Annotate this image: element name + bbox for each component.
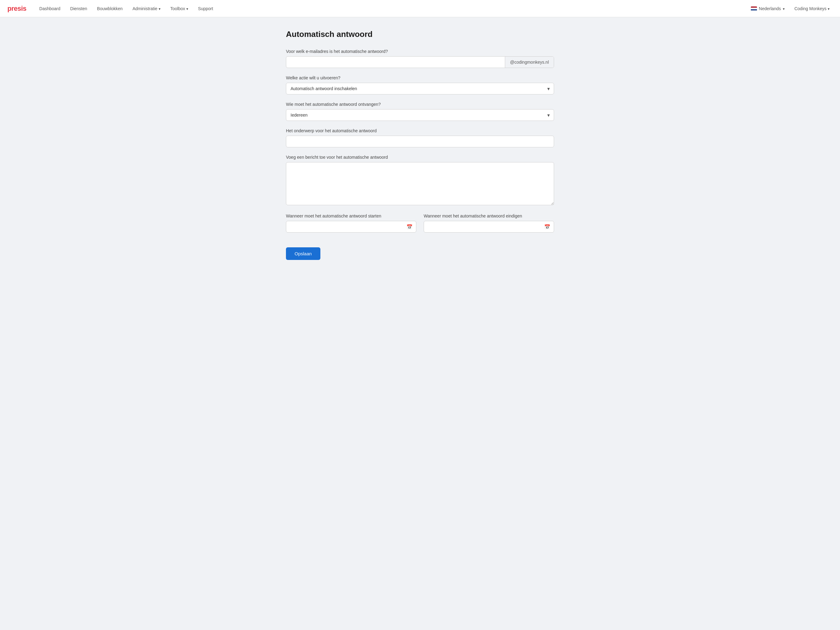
subject-input[interactable]: [286, 136, 554, 147]
date-section: Wanneer moet het automatische antwoord s…: [286, 214, 554, 240]
language-selector[interactable]: Nederlands: [748, 4, 788, 13]
end-date-wrapper: 📅: [424, 221, 554, 233]
email-input-group: @codingmonkeys.nl: [286, 56, 554, 68]
navigation: presis Dashboard Diensten Bouwblokken Ad…: [0, 0, 840, 17]
nav-item-toolbox[interactable]: Toolbox: [166, 4, 193, 14]
flag-nl-icon: [751, 6, 757, 11]
save-button[interactable]: Opslaan: [286, 247, 321, 260]
recipient-label: Wie moet het automatische antwoord ontva…: [286, 102, 554, 107]
start-date-wrapper: 📅: [286, 221, 416, 233]
end-date-section: Wanneer moet het automatische antwoord e…: [424, 214, 554, 233]
end-date-input[interactable]: [424, 221, 554, 233]
nav-right: Nederlands Coding Monkeys: [748, 4, 833, 13]
nav-items: Dashboard Diensten Bouwblokken Administr…: [35, 4, 748, 14]
recipient-section: Wie moet het automatische antwoord ontva…: [286, 102, 554, 121]
main-content: Automatisch antwoord Voor welk e-mailadr…: [279, 30, 561, 260]
nav-item-administratie[interactable]: Administratie: [128, 4, 165, 14]
company-label: Coding Monkeys: [794, 6, 826, 11]
administratie-chevron-icon: [159, 6, 161, 11]
language-chevron-icon: [783, 6, 785, 11]
toolbox-chevron-icon: [186, 6, 188, 11]
start-date-input[interactable]: [286, 221, 416, 233]
action-select-wrapper: Automatisch antwoord inschakelen Automat…: [286, 83, 554, 95]
language-label: Nederlands: [759, 6, 781, 11]
email-label: Voor welk e-mailadres is het automatisch…: [286, 49, 554, 54]
nav-item-dashboard[interactable]: Dashboard: [35, 4, 65, 14]
logo[interactable]: presis: [7, 5, 27, 13]
action-label: Welke actie wilt u uitvoeren?: [286, 75, 554, 80]
message-label: Voeg een bericht toe voor het automatisc…: [286, 155, 554, 160]
email-suffix: @codingmonkeys.nl: [505, 57, 554, 68]
action-section: Welke actie wilt u uitvoeren? Automatisc…: [286, 75, 554, 95]
email-input[interactable]: [286, 57, 505, 68]
end-date-label: Wanneer moet het automatische antwoord e…: [424, 214, 554, 218]
nav-item-support[interactable]: Support: [194, 4, 217, 14]
company-chevron-icon: [828, 6, 829, 11]
company-selector[interactable]: Coding Monkeys: [791, 4, 833, 13]
start-date-label: Wanneer moet het automatische antwoord s…: [286, 214, 416, 218]
subject-section: Het onderwerp voor het automatische antw…: [286, 128, 554, 147]
start-date-section: Wanneer moet het automatische antwoord s…: [286, 214, 416, 233]
message-textarea[interactable]: [286, 162, 554, 205]
page-title: Automatisch antwoord: [286, 30, 554, 39]
nav-item-diensten[interactable]: Diensten: [66, 4, 91, 14]
email-section: Voor welk e-mailadres is het automatisch…: [286, 49, 554, 68]
recipient-select[interactable]: Iedereen Alleen intern Alleen extern: [286, 109, 554, 121]
nav-item-bouwblokken[interactable]: Bouwblokken: [93, 4, 127, 14]
subject-label: Het onderwerp voor het automatische antw…: [286, 128, 554, 133]
message-section: Voeg een bericht toe voor het automatisc…: [286, 155, 554, 206]
action-select[interactable]: Automatisch antwoord inschakelen Automat…: [286, 83, 554, 95]
recipient-select-wrapper: Iedereen Alleen intern Alleen extern ▾: [286, 109, 554, 121]
